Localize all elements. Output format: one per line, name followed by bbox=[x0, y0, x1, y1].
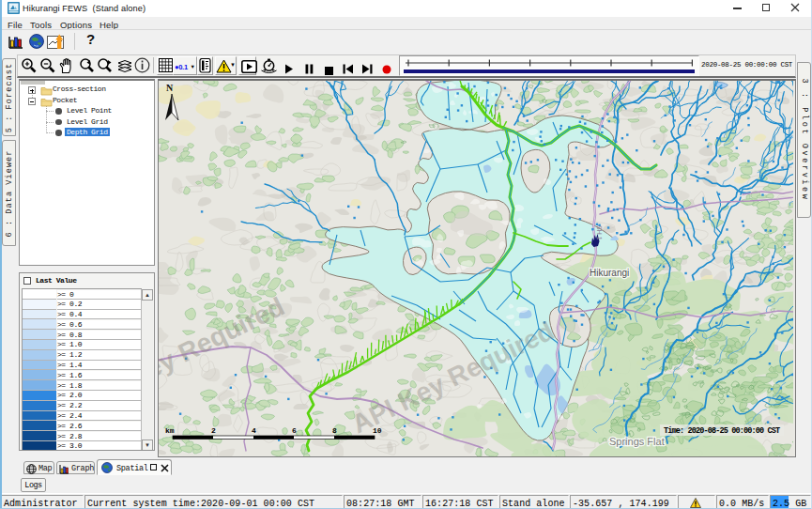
svg-text:4: 4 bbox=[252, 426, 256, 435]
svg-text:Time: 2020-08-25 00:00:00 CST: Time: 2020-08-25 00:00:00 CST bbox=[664, 426, 780, 436]
svg-text:km: km bbox=[165, 426, 175, 435]
svg-text:Springs Flat: Springs Flat bbox=[609, 436, 665, 447]
svg-text:6: 6 bbox=[292, 426, 297, 435]
svg-text:2: 2 bbox=[211, 426, 216, 435]
svg-text:8: 8 bbox=[332, 426, 337, 435]
svg-text:Hikurangi: Hikurangi bbox=[590, 268, 629, 278]
svg-text:10: 10 bbox=[373, 426, 382, 435]
svg-text:SH 1: SH 1 bbox=[596, 225, 603, 240]
svg-text:N: N bbox=[166, 83, 174, 93]
